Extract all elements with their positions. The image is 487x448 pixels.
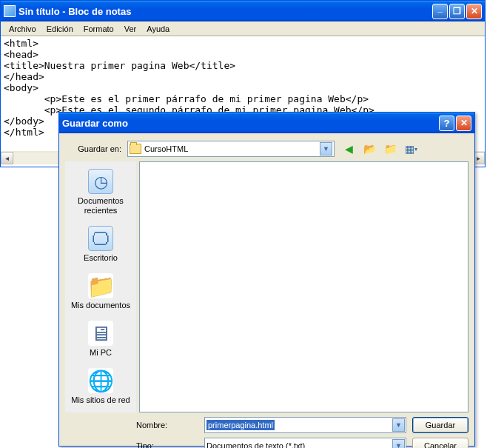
- filename-value: primerpagina.html: [206, 420, 275, 430]
- save-as-dialog: Guardar como ? ✕ Guardar en: CursoHTML ▼…: [58, 112, 475, 447]
- file-list[interactable]: [139, 161, 468, 412]
- network-places-icon: [88, 368, 113, 393]
- new-folder-icon[interactable]: 📁: [383, 142, 397, 156]
- notepad-icon: [4, 5, 16, 17]
- dialog-titlebar[interactable]: Guardar como ? ✕: [59, 113, 474, 133]
- chevron-down-icon[interactable]: ▼: [320, 142, 332, 156]
- save-in-label: Guardar en:: [65, 144, 127, 153]
- minimize-button[interactable]: _: [432, 4, 448, 19]
- my-documents-icon: [88, 273, 113, 298]
- views-icon[interactable]: ▦▾: [404, 142, 417, 156]
- save-button[interactable]: Guardar: [412, 417, 468, 433]
- place-recent[interactable]: Documentos recientes: [65, 164, 136, 220]
- help-button[interactable]: ?: [439, 116, 454, 131]
- filename-input[interactable]: primerpagina.html ▼: [204, 417, 406, 433]
- recent-docs-icon: [88, 169, 113, 194]
- menu-format[interactable]: Formato: [78, 23, 119, 35]
- place-desktop-label: Escritorio: [84, 253, 118, 263]
- place-network-label: Mis sitios de red: [71, 395, 130, 405]
- folder-icon: [130, 144, 141, 154]
- filetype-label: Tipo:: [136, 441, 198, 448]
- chevron-down-icon[interactable]: ▼: [392, 418, 405, 432]
- up-one-level-icon[interactable]: 📂: [363, 142, 376, 156]
- chevron-down-icon[interactable]: ▼: [392, 439, 405, 448]
- place-recent-label: Documentos recientes: [67, 196, 135, 215]
- close-button[interactable]: ✕: [466, 4, 482, 19]
- place-network[interactable]: Mis sitios de red: [65, 364, 136, 409]
- window-title: Sin título - Bloc de notas: [19, 6, 432, 17]
- menu-help[interactable]: Ayuda: [141, 23, 175, 35]
- menu-file[interactable]: Archivo: [4, 23, 41, 35]
- menu-edit[interactable]: Edición: [41, 23, 78, 35]
- maximize-button[interactable]: ❐: [449, 4, 465, 19]
- titlebar[interactable]: Sin título - Bloc de notas _ ❐ ✕: [1, 1, 485, 21]
- filename-label: Nombre:: [136, 421, 198, 429]
- filetype-combo[interactable]: Documentos de texto (*.txt) ▼: [204, 438, 406, 448]
- my-pc-icon: [88, 321, 113, 346]
- place-mypc-label: Mi PC: [90, 348, 112, 358]
- save-in-value: CursoHTML: [144, 144, 320, 153]
- scroll-left-icon[interactable]: ◂: [1, 152, 13, 164]
- menu-view[interactable]: Ver: [119, 23, 142, 35]
- cancel-button[interactable]: Cancelar: [412, 438, 468, 448]
- place-mydocs-label: Mis documentos: [71, 301, 130, 310]
- back-icon[interactable]: ◀: [342, 142, 355, 156]
- dialog-title: Guardar como: [62, 118, 439, 129]
- desktop-icon: [88, 226, 113, 251]
- places-bar: Documentos recientes Escritorio Mis docu…: [65, 161, 136, 412]
- place-mydocs[interactable]: Mis documentos: [65, 269, 136, 315]
- dialog-close-button[interactable]: ✕: [456, 116, 471, 131]
- place-desktop[interactable]: Escritorio: [65, 221, 136, 267]
- menubar: Archivo Edición Formato Ver Ayuda: [1, 21, 485, 36]
- filetype-value: Documentos de texto (*.txt): [206, 441, 305, 448]
- place-mypc[interactable]: Mi PC: [65, 316, 136, 362]
- save-in-combo[interactable]: CursoHTML ▼: [127, 141, 335, 157]
